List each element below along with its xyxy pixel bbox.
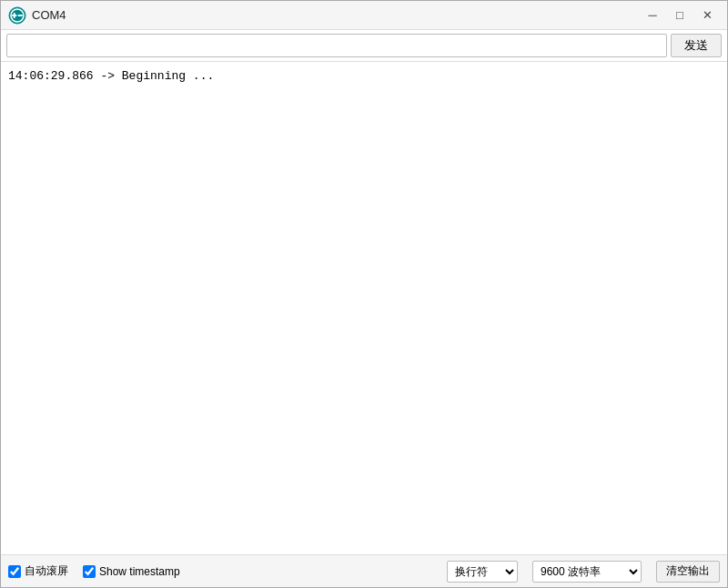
baud-rate-container: 300 1200 2400 4800 9600 波特率 19200 38400 …: [532, 561, 642, 583]
arduino-logo-icon: [8, 6, 26, 25]
status-bar: 自动滚屏 Show timestamp 换行符 无行尾 回车 回车换行 300 …: [1, 554, 727, 587]
main-window: COM4 ─ □ ✕ 发送 14:06:29.866 -> Beginning …: [0, 0, 728, 588]
autoscroll-checkbox[interactable]: [8, 565, 21, 578]
line-ending-select[interactable]: 换行符 无行尾 回车 回车换行: [447, 561, 518, 583]
autoscroll-checkbox-label[interactable]: 自动滚屏: [8, 563, 68, 579]
console-line: 14:06:29.866 -> Beginning ...: [8, 67, 720, 86]
title-bar: COM4 ─ □ ✕: [1, 1, 727, 30]
timestamp-label: Show timestamp: [99, 565, 180, 578]
maximize-button[interactable]: □: [667, 5, 693, 25]
timestamp-checkbox[interactable]: [83, 565, 96, 578]
message-input[interactable]: [6, 34, 667, 57]
clear-output-button[interactable]: 清空输出: [656, 561, 720, 583]
send-button[interactable]: 发送: [671, 34, 722, 57]
window-title: COM4: [32, 8, 640, 22]
close-button[interactable]: ✕: [694, 5, 720, 25]
autoscroll-label: 自动滚屏: [25, 563, 68, 579]
window-controls: ─ □ ✕: [640, 5, 720, 25]
toolbar: 发送: [1, 30, 727, 62]
console-output: 14:06:29.866 -> Beginning ...: [1, 62, 727, 554]
timestamp-checkbox-label[interactable]: Show timestamp: [83, 565, 180, 578]
baud-rate-select[interactable]: 300 1200 2400 4800 9600 波特率 19200 38400 …: [532, 561, 642, 583]
minimize-button[interactable]: ─: [640, 5, 665, 25]
